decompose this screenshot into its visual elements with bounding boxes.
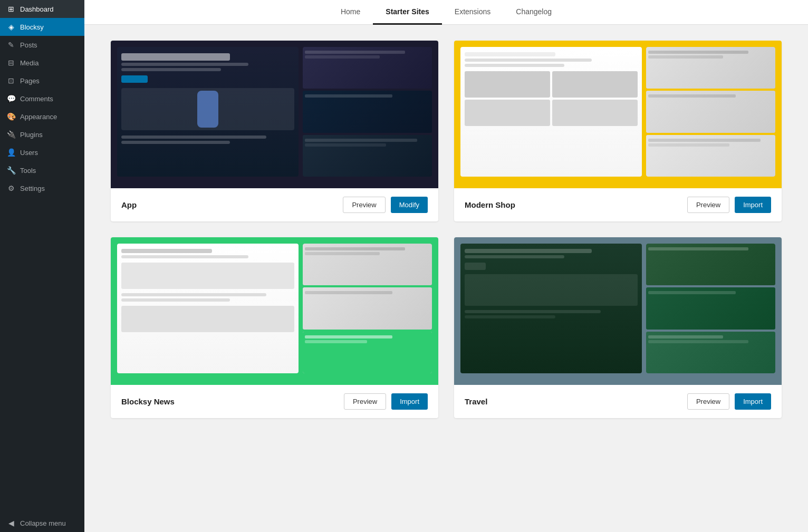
users-icon: 👤	[6, 148, 16, 157]
thumbnail-panel-left	[460, 47, 642, 177]
site-card-blocksy-news: Blocksy News Preview Import	[111, 237, 438, 418]
starter-sites-grid: App Preview Modify	[84, 25, 808, 434]
site-actions-app: Preview Modify	[343, 197, 428, 213]
import-button-blocksy-news[interactable]: Import	[391, 393, 428, 410]
site-name-blocksy-news: Blocksy News	[121, 397, 175, 406]
site-card-footer-travel: Travel Preview Import	[454, 385, 782, 418]
site-card-footer-modern-shop: Modern Shop Preview Import	[454, 188, 782, 221]
sidebar-item-collapse[interactable]: ◀ Collapse menu	[0, 514, 84, 532]
site-thumbnail-blocksy-news	[111, 237, 438, 385]
site-card-modern-shop: Modern Shop Preview Import	[454, 41, 782, 221]
import-button-modern-shop[interactable]: Import	[735, 197, 771, 213]
collapse-icon: ◀	[6, 518, 16, 528]
site-thumbnail-app	[111, 41, 438, 188]
tab-extensions[interactable]: Extensions	[442, 0, 503, 25]
sidebar: ⊞ Dashboard ◈ Blocksy ✎ Posts ⊟ Media ⊡ …	[0, 0, 84, 532]
sidebar-item-label: Media	[20, 59, 39, 67]
sidebar-item-plugins[interactable]: 🔌 Plugins	[0, 125, 84, 143]
site-actions-travel: Preview Import	[687, 393, 771, 410]
thumbnail-panel-right	[646, 47, 775, 177]
preview-button-travel[interactable]: Preview	[687, 393, 729, 410]
import-button-travel[interactable]: Import	[735, 393, 771, 410]
thumbnail-panel-left	[117, 47, 299, 177]
site-card-footer-blocksy-news: Blocksy News Preview Import	[111, 385, 438, 418]
sidebar-item-label: Comments	[20, 95, 53, 103]
sidebar-item-label: Collapse menu	[20, 519, 66, 527]
sidebar-item-blocksy[interactable]: ◈ Blocksy	[0, 18, 84, 36]
sidebar-item-media[interactable]: ⊟ Media	[0, 54, 84, 72]
blocksy-icon: ◈	[6, 22, 16, 32]
comments-icon: 💬	[6, 94, 16, 103]
sidebar-item-label: Settings	[20, 185, 45, 192]
sidebar-item-appearance[interactable]: 🎨 Appearance	[0, 108, 84, 125]
thumbnail-panel-left	[460, 244, 642, 373]
sidebar-item-dashboard[interactable]: ⊞ Dashboard	[0, 0, 84, 18]
thumbnail-panel-right	[303, 244, 432, 373]
sidebar-item-posts[interactable]: ✎ Posts	[0, 36, 84, 54]
sidebar-item-users[interactable]: 👤 Users	[0, 143, 84, 161]
pages-icon: ⊡	[6, 76, 16, 85]
sidebar-item-pages[interactable]: ⊡ Pages	[0, 72, 84, 90]
main-content: Home Starter Sites Extensions Changelog	[84, 0, 808, 532]
preview-button-blocksy-news[interactable]: Preview	[344, 393, 386, 410]
sidebar-item-label: Blocksy	[20, 23, 44, 31]
site-name-modern-shop: Modern Shop	[465, 200, 515, 209]
media-icon: ⊟	[6, 58, 16, 67]
sidebar-item-settings[interactable]: ⚙ Settings	[0, 179, 84, 197]
tab-bar: Home Starter Sites Extensions Changelog	[84, 0, 808, 25]
sidebar-item-label: Dashboard	[20, 5, 54, 13]
sidebar-item-label: Posts	[20, 41, 37, 49]
site-card-footer-app: App Preview Modify	[111, 188, 438, 221]
thumbnail-panel-right	[646, 244, 775, 373]
site-actions-modern-shop: Preview Import	[687, 197, 771, 213]
site-actions-blocksy-news: Preview Import	[344, 393, 428, 410]
sidebar-item-label: Users	[20, 149, 38, 157]
tab-home[interactable]: Home	[328, 0, 373, 25]
sidebar-item-label: Plugins	[20, 131, 43, 139]
sidebar-item-tools[interactable]: 🔧 Tools	[0, 161, 84, 179]
tab-changelog[interactable]: Changelog	[503, 0, 564, 25]
site-thumbnail-modern-shop	[454, 41, 782, 188]
settings-icon: ⚙	[6, 183, 16, 193]
sidebar-item-label: Pages	[20, 77, 40, 85]
preview-button-modern-shop[interactable]: Preview	[687, 197, 729, 213]
preview-button-app[interactable]: Preview	[343, 197, 385, 213]
site-card-travel: Travel Preview Import	[454, 237, 782, 418]
site-thumbnail-travel	[454, 237, 782, 385]
modify-button-app[interactable]: Modify	[391, 197, 428, 213]
site-name-travel: Travel	[465, 397, 487, 406]
site-card-app: App Preview Modify	[111, 41, 438, 221]
dashboard-icon: ⊞	[6, 4, 16, 14]
plugins-icon: 🔌	[6, 130, 16, 139]
sidebar-item-label: Appearance	[20, 113, 57, 121]
sidebar-item-comments[interactable]: 💬 Comments	[0, 90, 84, 108]
tab-starter-sites[interactable]: Starter Sites	[373, 0, 441, 25]
posts-icon: ✎	[6, 40, 16, 50]
thumbnail-panel-right	[303, 47, 432, 177]
sidebar-item-label: Tools	[20, 167, 36, 175]
thumbnail-panel-left	[117, 244, 299, 373]
tools-icon: 🔧	[6, 166, 16, 175]
appearance-icon: 🎨	[6, 112, 16, 121]
site-name-app: App	[121, 200, 137, 209]
